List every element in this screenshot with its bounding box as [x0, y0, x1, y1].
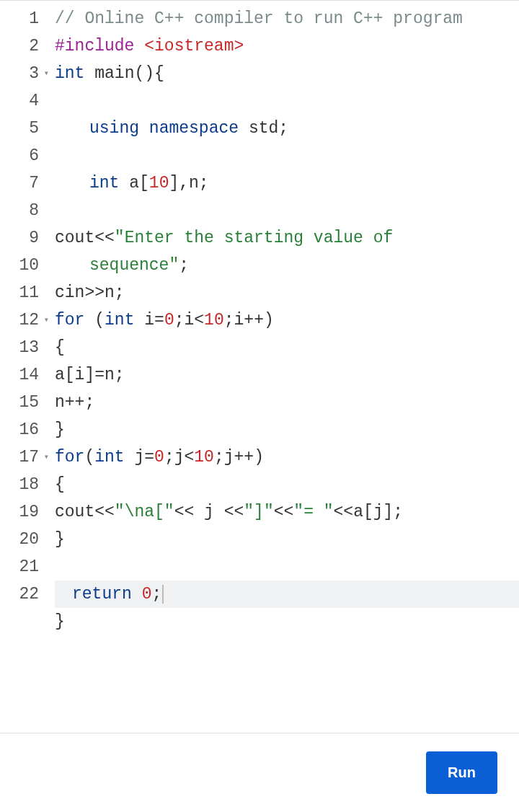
- code-line[interactable]: // Online C++ compiler to run C++ progra…: [55, 5, 519, 32]
- code-line[interactable]: }: [55, 608, 519, 635]
- token: [119, 174, 129, 193]
- code-line[interactable]: cout<<"Enter the starting value of: [55, 224, 519, 252]
- token: cout: [55, 229, 94, 247]
- token: int: [105, 311, 134, 330]
- token: for: [55, 448, 84, 467]
- editor: 123▾456789101112▾1314151617▾1819202122 /…: [0, 1, 519, 733]
- gutter-line: 14: [0, 361, 45, 389]
- code-line[interactable]: using namespace std;: [55, 115, 519, 142]
- code-line[interactable]: [55, 142, 519, 169]
- gutter-line: 22: [0, 581, 45, 608]
- code-line[interactable]: return 0;: [55, 581, 519, 608]
- code-line[interactable]: for(int j=0;j<10;j++): [55, 443, 519, 471]
- token: }: [55, 612, 65, 631]
- token: sequence": [89, 256, 179, 275]
- token: a[: [129, 174, 149, 193]
- token: #include: [55, 37, 134, 56]
- code-line[interactable]: n++;: [55, 389, 519, 416]
- token: int: [94, 448, 124, 467]
- token: cout: [55, 503, 94, 521]
- token: a[j];: [353, 503, 403, 521]
- token: "= ": [293, 503, 333, 521]
- gutter-line: 16: [0, 416, 45, 443]
- gutter-line: 21: [0, 553, 45, 581]
- token: int: [89, 174, 119, 193]
- code-line[interactable]: }: [55, 416, 519, 443]
- code-line[interactable]: cin>>n;: [55, 279, 519, 306]
- token: ;: [151, 585, 161, 604]
- token: <iostream>: [144, 37, 244, 56]
- gutter-line: 13: [0, 334, 45, 361]
- token: <<: [94, 503, 115, 521]
- code-line[interactable]: {: [55, 471, 519, 498]
- token: ;i++): [224, 311, 274, 330]
- token: [125, 448, 135, 467]
- token: (: [84, 311, 105, 330]
- code-line[interactable]: [55, 87, 519, 115]
- token: i=: [144, 311, 164, 330]
- token: [84, 64, 94, 83]
- token: // Online C++ compiler to run C++ progra…: [55, 9, 463, 28]
- code-line[interactable]: a[i]=n;: [55, 361, 519, 389]
- gutter-line: 1: [0, 5, 45, 32]
- code-area[interactable]: // Online C++ compiler to run C++ progra…: [45, 1, 519, 733]
- token: [134, 37, 144, 56]
- gutter: 123▾456789101112▾1314151617▾1819202122: [0, 1, 45, 733]
- cursor: [162, 585, 164, 604]
- token: 10: [149, 174, 169, 193]
- gutter-line: 7: [0, 169, 45, 197]
- code-line[interactable]: sequence";: [55, 252, 519, 279]
- gutter-line: 12▾: [0, 306, 45, 334]
- token: "Enter the starting value of: [115, 229, 403, 247]
- token: {: [55, 475, 65, 494]
- token: <<: [224, 503, 244, 521]
- token: >>: [84, 283, 105, 302]
- token: main(){: [94, 64, 164, 83]
- token: }: [55, 420, 65, 439]
- token: <<: [174, 503, 204, 521]
- code-line[interactable]: for (int i=0;i<10;i++): [55, 306, 519, 334]
- token: ;j<: [164, 448, 194, 467]
- code-line[interactable]: }: [55, 526, 519, 553]
- token: int: [55, 64, 84, 83]
- code-line[interactable]: [55, 553, 519, 581]
- token: ;i<: [174, 311, 204, 330]
- code-line[interactable]: [55, 197, 519, 224]
- code-line[interactable]: int a[10],n;: [55, 169, 519, 197]
- gutter-line: 17▾: [0, 443, 45, 471]
- code-line[interactable]: cout<<"\na["<< j <<"]"<<"= "<<a[j];: [55, 498, 519, 526]
- token: namespace: [149, 119, 239, 138]
- token: <<: [274, 503, 294, 521]
- code-line[interactable]: #include <iostream>: [55, 32, 519, 60]
- token: for: [55, 311, 84, 330]
- token: ;j++): [214, 448, 264, 467]
- token: [132, 585, 142, 604]
- code-line[interactable]: int main(){: [55, 60, 519, 87]
- gutter-line: 20: [0, 526, 45, 553]
- token: "\na[": [115, 503, 174, 521]
- token: using: [89, 119, 139, 138]
- token: 10: [194, 448, 214, 467]
- token: ],n;: [169, 174, 208, 193]
- token: 0: [154, 448, 164, 467]
- token: "]": [244, 503, 273, 521]
- gutter-line: 4: [0, 87, 45, 115]
- token: }: [55, 530, 65, 549]
- token: [134, 311, 144, 330]
- token: <<: [334, 503, 354, 521]
- token: cin: [55, 283, 84, 302]
- token: n++;: [55, 393, 94, 412]
- token: <<: [94, 229, 115, 247]
- run-bar: Run: [0, 733, 519, 812]
- token: 10: [204, 311, 224, 330]
- code-line[interactable]: {: [55, 334, 519, 361]
- token: {: [55, 338, 65, 357]
- token: [139, 119, 149, 138]
- gutter-line: 9: [0, 224, 45, 252]
- gutter-line: 19: [0, 498, 45, 526]
- run-button[interactable]: Run: [426, 751, 497, 794]
- token: 0: [164, 311, 174, 330]
- token: 0: [142, 585, 152, 604]
- token: [239, 119, 249, 138]
- token: return: [72, 585, 132, 604]
